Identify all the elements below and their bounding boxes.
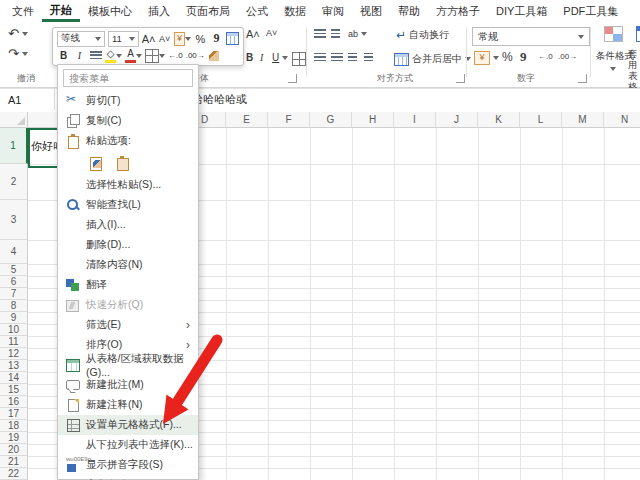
row-header-4[interactable]: 4	[0, 240, 28, 264]
decrease-decimal-button[interactable]: .00→	[558, 52, 577, 61]
row-header-13[interactable]: 13	[0, 360, 28, 372]
wrap-text-button[interactable]: ↵ 自动换行	[396, 28, 449, 42]
menu-item-format-cells[interactable]: 设置单元格格式(F)...	[58, 415, 198, 435]
menu-item-new-note[interactable]: 新建注释(N)	[58, 395, 198, 415]
select-all-corner[interactable]	[0, 112, 28, 128]
row-header-9[interactable]: 9	[0, 312, 28, 324]
menu-item-delete[interactable]: 删除(D)...	[58, 235, 198, 255]
tab-help[interactable]: 帮助	[390, 0, 428, 22]
align-top-button[interactable]	[314, 29, 326, 38]
column-header-G[interactable]: G	[310, 112, 352, 128]
row-header-8[interactable]: 8	[0, 300, 28, 312]
format-as-table-button[interactable]	[226, 32, 239, 46]
redo-button[interactable]: ↷	[8, 46, 28, 61]
menu-item-cut[interactable]: 剪切(T)	[58, 91, 198, 111]
grow-font-button[interactable]: A˄	[246, 28, 260, 40]
row-header-1[interactable]: 1	[0, 128, 28, 164]
grow-font-button[interactable]: A˄	[142, 32, 155, 46]
tab-view[interactable]: 视图	[352, 0, 390, 22]
tab-page-layout[interactable]: 页面布局	[178, 0, 238, 22]
column-header-F[interactable]: F	[268, 112, 310, 128]
italic-button[interactable]: I	[260, 52, 263, 63]
menu-item-translate[interactable]: 翻译	[58, 275, 198, 295]
orientation-button[interactable]: ab	[348, 29, 367, 39]
paste-plain-button[interactable]	[113, 154, 132, 173]
row-header-17[interactable]: 17	[0, 408, 28, 420]
column-header-L[interactable]: L	[520, 112, 562, 128]
tab-data[interactable]: 数据	[276, 0, 314, 22]
column-header-M[interactable]: M	[562, 112, 604, 128]
row-header-7[interactable]: 7	[0, 288, 28, 300]
row-header-11[interactable]: 11	[0, 336, 28, 348]
increase-decimal-button[interactable]: ←.0	[168, 49, 183, 63]
comma-style-button[interactable]: 9	[520, 49, 527, 65]
align-center-button[interactable]	[89, 49, 102, 63]
tab-file[interactable]: 文件	[4, 0, 42, 22]
row-header-14[interactable]: 14	[0, 372, 28, 384]
tab-home[interactable]: 开始	[42, 0, 80, 22]
font-size-select[interactable]: 11	[108, 31, 139, 47]
merge-center-button[interactable]: 合并后居中	[394, 52, 471, 66]
row-header-15[interactable]: 15	[0, 384, 28, 396]
format-painter-button[interactable]	[208, 49, 221, 63]
tab-template-center[interactable]: 模板中心	[80, 0, 140, 22]
bold-button[interactable]: B	[246, 52, 253, 63]
decrease-decimal-button[interactable]: .00→	[186, 49, 205, 63]
decrease-indent-button[interactable]	[348, 53, 357, 62]
tab-pdf-tools[interactable]: PDF工具集	[555, 0, 626, 22]
align-middle-button[interactable]	[331, 29, 340, 38]
number-format-select[interactable]: 常规	[472, 27, 590, 46]
menu-item-filter[interactable]: 筛选(E)›	[58, 315, 198, 335]
increase-indent-button[interactable]	[364, 53, 373, 62]
bold-button[interactable]: B	[57, 49, 70, 63]
increase-decimal-button[interactable]: ←.0	[538, 52, 553, 61]
shrink-font-button[interactable]: A˅	[266, 28, 277, 38]
row-header-2[interactable]: 2	[0, 164, 28, 200]
menu-item-insert[interactable]: 插入(I)...	[58, 215, 198, 235]
fill-color-button[interactable]: ◇	[105, 49, 122, 63]
number-dialog-launcher[interactable]	[578, 74, 587, 83]
column-header-I[interactable]: I	[394, 112, 436, 128]
comma-style-button[interactable]: 9	[210, 32, 223, 46]
menu-item-copy[interactable]: 复制(C)	[58, 111, 198, 131]
row-header-20[interactable]: 20	[0, 444, 28, 456]
align-center-button[interactable]	[331, 53, 343, 62]
tab-diy-toolbox[interactable]: DIY工具箱	[488, 0, 555, 22]
tab-ffcell[interactable]: 方方格子	[428, 0, 488, 22]
menu-item-show-phonetic[interactable]: 显示拼音字段(S)	[58, 455, 198, 475]
percent-style-button[interactable]: %	[194, 32, 207, 46]
menu-item-clear-contents[interactable]: 清除内容(N)	[58, 255, 198, 275]
menu-item-smart-lookup[interactable]: 智能查找(L)	[58, 195, 198, 215]
row-header-6[interactable]: 6	[0, 276, 28, 288]
row-header-3[interactable]: 3	[0, 200, 28, 240]
name-box[interactable]: A1	[0, 89, 55, 110]
tab-review[interactable]: 审阅	[314, 0, 352, 22]
column-header-J[interactable]: J	[436, 112, 478, 128]
paste-keep-formatting-button[interactable]	[86, 154, 105, 173]
font-name-select[interactable]: 等线	[57, 31, 105, 47]
menu-item-pick-from-dropdown[interactable]: 从下拉列表中选择(K)...	[58, 435, 198, 455]
accounting-format-button[interactable]: ¥	[474, 51, 499, 65]
column-header-H[interactable]: H	[352, 112, 394, 128]
accounting-format-button[interactable]: ¥	[174, 32, 191, 46]
font-dialog-launcher[interactable]	[288, 74, 297, 83]
menu-item-get-data-from-table[interactable]: 从表格/区域获取数据(G)...	[58, 355, 198, 375]
tab-insert[interactable]: 插入	[140, 0, 178, 22]
row-header-16[interactable]: 16	[0, 396, 28, 408]
align-left-button[interactable]	[314, 53, 326, 62]
row-header-12[interactable]: 12	[0, 348, 28, 360]
row-header-18[interactable]: 18	[0, 420, 28, 432]
row-header-21[interactable]: 21	[0, 456, 28, 468]
row-header-22[interactable]: 22	[0, 468, 28, 480]
shrink-font-button[interactable]: A˅	[158, 32, 171, 46]
font-color-button[interactable]: A	[125, 49, 142, 63]
underline-button[interactable]: U	[272, 52, 288, 63]
tab-formulas[interactable]: 公式	[238, 0, 276, 22]
column-header-N[interactable]: N	[604, 112, 640, 128]
alignment-dialog-launcher[interactable]	[456, 74, 465, 83]
column-header-K[interactable]: K	[478, 112, 520, 128]
undo-button[interactable]: ↶	[8, 26, 28, 41]
row-header-5[interactable]: 5	[0, 264, 28, 276]
percent-style-button[interactable]: %	[502, 50, 513, 64]
menu-item-new-comment[interactable]: 新建批注(M)	[58, 375, 198, 395]
